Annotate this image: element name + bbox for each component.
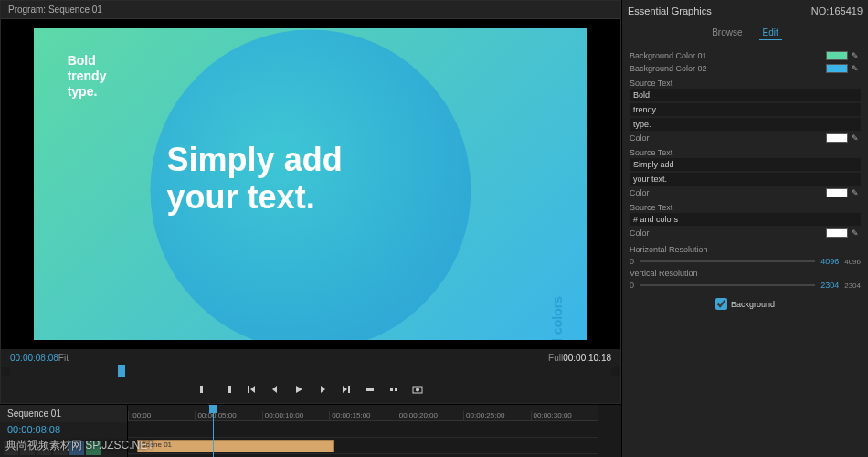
program-panel-title: Program: Sequence 01 bbox=[1, 1, 620, 19]
program-monitor[interactable]: Bold trendy type. Simply add your text. … bbox=[1, 19, 620, 349]
source-text-3-line-1[interactable] bbox=[630, 213, 861, 226]
vertical-resolution-label: Vertical Resolution bbox=[630, 269, 861, 278]
svg-point-4 bbox=[416, 388, 419, 391]
quality-dropdown[interactable]: Full bbox=[548, 353, 563, 363]
vertical-resolution-value[interactable]: 2304 bbox=[820, 281, 839, 290]
preview-text-side: # and colors bbox=[550, 296, 565, 340]
timeline-ruler[interactable]: :00:00 00:00:05:00 00:00:10:00 00:00:15:… bbox=[128, 405, 598, 421]
settings-button[interactable] bbox=[53, 441, 68, 455]
horizontal-resolution-label: Horizontal Resolution bbox=[630, 245, 861, 254]
tab-edit[interactable]: Edit bbox=[759, 26, 782, 40]
audio-meter bbox=[598, 405, 621, 458]
eyedropper-icon[interactable]: ✎ bbox=[852, 228, 861, 238]
source-text-1-line-1[interactable] bbox=[630, 89, 861, 101]
vertical-resolution-slider[interactable] bbox=[640, 284, 815, 286]
fit-dropdown[interactable]: Fit bbox=[58, 353, 69, 363]
timecode-duration: 00:00:10:18 bbox=[563, 353, 611, 363]
mark-out-button[interactable] bbox=[219, 381, 236, 398]
source-text-2-line-1[interactable] bbox=[630, 158, 861, 171]
track-v1[interactable]: Scene 01 bbox=[128, 438, 598, 454]
bg-color-02-swatch[interactable] bbox=[826, 64, 848, 73]
playhead-icon[interactable] bbox=[118, 365, 125, 377]
timeline-sequence-tab[interactable]: Sequence 01 bbox=[0, 405, 127, 422]
bg-color-02-label: Background Color 02 bbox=[630, 64, 707, 73]
timeline-panel: Sequence 01 00:00:08:08 :00:00 00:00:05:… bbox=[0, 404, 621, 458]
svg-rect-1 bbox=[390, 388, 393, 391]
play-button[interactable] bbox=[291, 381, 307, 398]
timeline-tracks-area[interactable]: :00:00 00:00:05:00 00:00:10:00 00:00:15:… bbox=[128, 405, 598, 458]
step-forward-button[interactable] bbox=[314, 381, 331, 398]
timeline-clip[interactable]: Scene 01 bbox=[137, 440, 334, 452]
transport-controls bbox=[1, 376, 620, 403]
timecode-current[interactable]: 00:00:08:08 bbox=[10, 353, 58, 363]
color-1-swatch[interactable] bbox=[826, 133, 848, 143]
horizontal-resolution-slider[interactable] bbox=[640, 260, 815, 262]
source-text-1-label: Source Text bbox=[630, 79, 861, 88]
eyedropper-icon[interactable]: ✎ bbox=[852, 51, 861, 60]
bg-color-01-swatch[interactable] bbox=[826, 51, 848, 60]
track-a1[interactable] bbox=[128, 454, 598, 458]
eyedropper-icon[interactable]: ✎ bbox=[852, 133, 861, 143]
essential-graphics-panel: Essential Graphics Browse Edit Backgroun… bbox=[621, 0, 868, 457]
program-monitor-panel: Program: Sequence 01 Bold trendy type. S… bbox=[0, 0, 621, 404]
tab-browse[interactable]: Browse bbox=[708, 26, 746, 40]
source-text-2-label: Source Text bbox=[630, 148, 861, 157]
timeline-timecode[interactable]: 00:00:08:08 bbox=[0, 422, 127, 437]
source-text-3-label: Source Text bbox=[630, 203, 861, 212]
svg-rect-2 bbox=[395, 388, 397, 391]
mark-in-button[interactable] bbox=[196, 381, 212, 398]
lift-button[interactable] bbox=[362, 381, 378, 398]
svg-rect-0 bbox=[366, 388, 374, 391]
go-to-out-button[interactable] bbox=[338, 381, 355, 398]
color-1-label: Color bbox=[630, 133, 650, 143]
linked-selection-toggle[interactable] bbox=[20, 441, 35, 455]
snap-toggle[interactable] bbox=[4, 441, 18, 455]
marker-button[interactable] bbox=[37, 441, 51, 455]
timeline-playhead[interactable] bbox=[213, 405, 214, 458]
source-text-1-line-2[interactable] bbox=[630, 103, 861, 116]
extract-button[interactable] bbox=[386, 381, 402, 398]
preview-canvas: Bold trendy type. Simply add your text. … bbox=[34, 28, 587, 340]
timeline-track-header bbox=[0, 437, 127, 458]
track-a1-toggle[interactable] bbox=[86, 441, 101, 455]
color-2-label: Color bbox=[630, 188, 650, 197]
step-back-button[interactable] bbox=[267, 381, 283, 398]
background-checkbox-label: Background bbox=[731, 300, 775, 309]
preview-text-main: Simply add your text. bbox=[167, 141, 343, 217]
color-3-label: Color bbox=[630, 228, 650, 238]
eyedropper-icon[interactable]: ✎ bbox=[852, 188, 861, 197]
bg-color-01-label: Background Color 01 bbox=[630, 51, 707, 60]
eyedropper-icon[interactable]: ✎ bbox=[852, 64, 861, 73]
background-checkbox[interactable] bbox=[715, 298, 727, 310]
export-frame-button[interactable] bbox=[409, 381, 426, 398]
track-v1-toggle[interactable] bbox=[69, 441, 84, 455]
go-to-in-button[interactable] bbox=[243, 381, 259, 398]
color-2-swatch[interactable] bbox=[826, 188, 848, 197]
horizontal-resolution-value[interactable]: 4096 bbox=[820, 257, 839, 266]
source-text-2-line-2[interactable] bbox=[630, 173, 861, 186]
program-scrubber[interactable] bbox=[10, 367, 611, 376]
essential-graphics-title: Essential Graphics bbox=[622, 0, 868, 22]
preview-text-bold: Bold trendy type. bbox=[68, 53, 107, 99]
color-3-swatch[interactable] bbox=[826, 228, 848, 238]
track-v2[interactable] bbox=[128, 421, 598, 438]
source-text-1-line-3[interactable] bbox=[630, 118, 861, 131]
